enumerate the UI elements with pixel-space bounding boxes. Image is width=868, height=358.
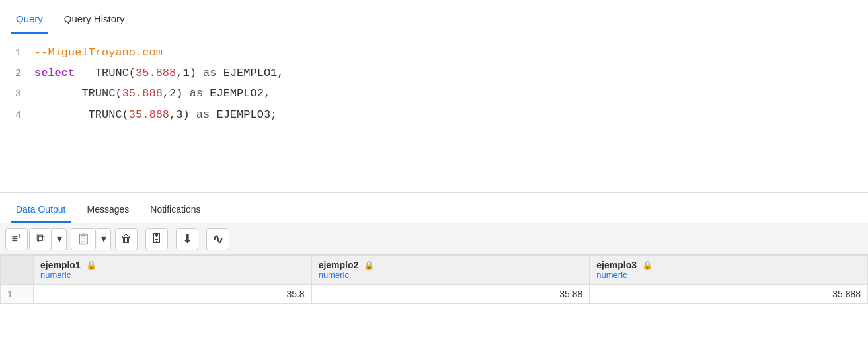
code-content-3: TRUNC(35.888,2) as EJEMPLO2, [34, 85, 868, 102]
bottom-tab-bar: Data Output Messages Notifications [0, 193, 868, 223]
tab-query-history[interactable]: Query History [59, 13, 130, 34]
code-text: TRUNC( [34, 108, 129, 121]
col-type-ejemplo3: numeric [596, 270, 861, 280]
cell-ejemplo2-1: 35.88 [311, 285, 590, 304]
tab-messages[interactable]: Messages [82, 204, 135, 223]
code-text: TRUNC( [34, 87, 122, 100]
code-text: TRUNC( [81, 67, 136, 79]
code-text: ,1) [176, 67, 196, 79]
save-data-button[interactable]: 🗄 [145, 228, 168, 250]
copy-icon: ⧉ [36, 232, 45, 246]
line-number-1: 1 [0, 46, 34, 61]
code-line-4: 4 TRUNC(35.888,3) as EJEMPLO3; [0, 104, 868, 125]
database-icon: 🗄 [151, 233, 162, 245]
col-name-ejemplo3: ejemplo3 [596, 260, 637, 270]
lock-icon-1: 🔒 [86, 260, 97, 270]
col-name-ejemplo1: ejemplo1 [40, 260, 81, 270]
code-text: ,2) [163, 87, 183, 100]
delete-button[interactable]: 🗑 [115, 228, 138, 250]
line-number-3: 3 [0, 87, 34, 102]
alias-2: EJEMPLO2, [210, 87, 270, 100]
data-table-container: ejemplo1 🔒 numeric ejemplo2 🔒 numeric ej… [0, 255, 868, 304]
col-type-ejemplo2: numeric [319, 270, 583, 280]
col-type-ejemplo1: numeric [40, 270, 305, 280]
line-number-4: 4 [0, 108, 34, 124]
alias-3: EJEMPLO3; [216, 108, 277, 121]
col-name-ejemplo2: ejemplo2 [319, 260, 359, 270]
comment-text: --MiguelTroyano.com [34, 46, 163, 59]
add-row-icon: ≡+ [11, 233, 21, 245]
query-editor[interactable]: 1 --MiguelTroyano.com 2 select TRUNC(35.… [0, 34, 868, 193]
data-toolbar: ≡+ ⧉ ▾ 📋 ▾ 🗑 🗄 ⬇ ∿ [0, 223, 868, 255]
copy-dropdown-button[interactable]: ▾ [52, 228, 67, 250]
code-line-2: 2 select TRUNC(35.888,1) as EJEMPLO1, [0, 63, 868, 83]
download-button[interactable]: ⬇ [176, 228, 198, 250]
as-keyword-2: as [190, 87, 203, 100]
chevron-down-icon: ▾ [57, 233, 62, 245]
graph-button[interactable]: ∿ [206, 228, 229, 250]
code-content-4: TRUNC(35.888,3) as EJEMPLO3; [34, 106, 868, 124]
col-header-ejemplo2: ejemplo2 🔒 numeric [311, 256, 590, 285]
number-1: 35.888 [136, 67, 176, 79]
lock-icon-3: 🔒 [642, 260, 652, 270]
code-text: ,3) [169, 108, 190, 121]
alias-1: EJEMPLO1, [223, 67, 284, 79]
paste-button[interactable]: 📋 [71, 228, 96, 250]
cell-ejemplo1-1: 35.8 [34, 285, 312, 304]
add-row-button[interactable]: ≡+ [5, 228, 28, 250]
tab-notifications[interactable]: Notifications [145, 204, 206, 223]
top-tab-bar: Query Query History [0, 0, 868, 34]
row-number-1: 1 [1, 285, 34, 304]
graph-icon: ∿ [212, 231, 223, 247]
code-line-3: 3 TRUNC(35.888,2) as EJEMPLO2, [0, 83, 868, 104]
copy-button[interactable]: ⧉ [29, 228, 52, 250]
as-keyword-1: as [203, 67, 216, 79]
code-content-1: --MiguelTroyano.com [34, 44, 868, 61]
row-number-header [1, 256, 34, 285]
col-header-ejemplo1: ejemplo1 🔒 numeric [34, 256, 312, 285]
as-keyword-3: as [196, 108, 210, 121]
paste-icon: 📋 [77, 233, 90, 245]
download-icon: ⬇ [182, 232, 192, 246]
delete-icon: 🗑 [121, 233, 132, 245]
tab-data-output[interactable]: Data Output [11, 204, 71, 223]
lock-icon-2: 🔒 [364, 260, 374, 270]
paste-dropdown-button[interactable]: ▾ [97, 228, 111, 250]
number-3: 35.888 [129, 108, 169, 121]
table-header-row: ejemplo1 🔒 numeric ejemplo2 🔒 numeric ej… [1, 256, 868, 285]
results-table: ejemplo1 🔒 numeric ejemplo2 🔒 numeric ej… [0, 255, 868, 304]
number-2: 35.888 [122, 87, 163, 100]
chevron-down-icon-2: ▾ [101, 233, 106, 245]
table-row: 1 35.8 35.88 35.888 [1, 285, 868, 304]
code-line-1: 1 --MiguelTroyano.com [0, 42, 868, 63]
col-header-ejemplo3: ejemplo3 🔒 numeric [590, 256, 868, 285]
cell-ejemplo3-1: 35.888 [590, 285, 868, 304]
tab-query[interactable]: Query [11, 13, 48, 34]
line-number-2: 2 [0, 66, 34, 82]
code-content-2: select TRUNC(35.888,1) as EJEMPLO1, [34, 64, 868, 82]
keyword-select: select [34, 67, 75, 79]
